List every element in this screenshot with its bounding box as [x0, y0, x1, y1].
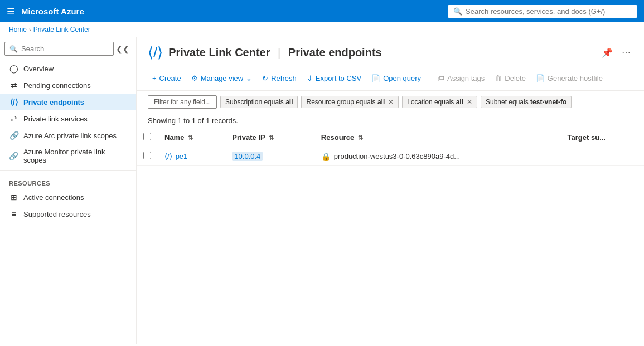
manage-view-icon: ⚙ — [191, 74, 198, 82]
pin-button[interactable]: 📌 — [599, 46, 615, 59]
azure-monitor-icon: 🔗 — [9, 152, 19, 160]
breadcrumb-separator: › — [29, 26, 31, 33]
create-icon: + — [152, 74, 157, 82]
endpoint-icon: ⟨/⟩ — [164, 152, 172, 160]
global-search-bar: 🔍 — [448, 5, 637, 18]
sidebar-item-azure-arc[interactable]: 🔗 Azure Arc private link scopes — [0, 127, 136, 144]
filter-tag-resource-group: Resource group equals all ✕ — [301, 96, 399, 108]
refresh-icon: ↻ — [262, 74, 268, 82]
select-all-checkbox[interactable] — [143, 133, 151, 140]
assign-tags-button[interactable]: 🏷 Assign tags — [433, 71, 489, 86]
sidebar-item-active-connections[interactable]: ⊞ Active connections — [0, 189, 136, 206]
endpoints-table: Name ⇅ Private IP ⇅ Resource ⇅ Target — [137, 128, 644, 166]
main-layout: 🔍 ❮❮ ◯ Overview ⇄ Pending connections ⟨/… — [0, 37, 644, 344]
filter-tag-location-close[interactable]: ✕ — [467, 98, 472, 106]
table-col-name[interactable]: Name ⇅ — [158, 128, 225, 147]
table-header-row: Name ⇅ Private IP ⇅ Resource ⇅ Target — [137, 128, 644, 147]
sidebar-item-label: Supported resources — [23, 210, 91, 218]
create-button[interactable]: + Create — [148, 71, 186, 86]
sidebar-item-label: Private link services — [23, 115, 88, 123]
generate-hostfile-icon: 📄 — [536, 74, 545, 82]
filter-tag-resource-group-close[interactable]: ✕ — [388, 98, 394, 106]
row-checkbox[interactable] — [143, 152, 151, 159]
filter-tag-subnet: Subnet equals test-vnet-fo — [481, 96, 572, 108]
global-search-input[interactable] — [466, 7, 632, 16]
azure-arc-icon: 🔗 — [9, 131, 19, 140]
private-ip-sort-icon: ⇅ — [269, 134, 274, 141]
export-button[interactable]: ⇓ Export to CSV — [302, 71, 366, 86]
hamburger-menu[interactable]: ☰ — [7, 6, 14, 17]
breadcrumb: Home › Private Link Center — [0, 22, 644, 37]
app-title: Microsoft Azure — [21, 7, 441, 16]
toolbar: + Create ⚙ Manage view ⌄ ↻ Refresh ⇓ Exp… — [137, 66, 644, 91]
resources-section-label: Resources — [0, 173, 136, 189]
top-navigation: ☰ Microsoft Azure 🔍 — [0, 0, 644, 22]
page-header-icon: ⟨/⟩ — [148, 44, 163, 61]
refresh-button[interactable]: ↻ Refresh — [258, 71, 301, 86]
open-query-icon: 📄 — [371, 74, 380, 82]
name-sort-icon: ⇅ — [188, 134, 193, 141]
pending-connections-icon: ⇄ — [9, 81, 19, 90]
table-header-checkbox — [137, 128, 158, 147]
filter-tag-subscription: Subscription equals all — [220, 96, 298, 108]
sidebar-search-row: 🔍 ❮❮ — [4, 42, 132, 56]
manage-view-button[interactable]: ⚙ Manage view ⌄ — [187, 71, 257, 86]
resource-icon: 🔒 — [321, 152, 331, 161]
active-connections-icon: ⊞ — [9, 193, 19, 202]
export-icon: ⇓ — [307, 74, 313, 82]
delete-icon: 🗑 — [495, 74, 502, 82]
sidebar: 🔍 ❮❮ ◯ Overview ⇄ Pending connections ⟨/… — [0, 37, 137, 344]
content-area: ⟨/⟩ Private Link Center | Private endpoi… — [137, 37, 644, 344]
resource-sort-icon: ⇅ — [358, 134, 363, 141]
private-endpoints-icon: ⟨/⟩ — [9, 98, 19, 106]
sidebar-item-pending-connections[interactable]: ⇄ Pending connections — [0, 77, 136, 94]
filters-row: Filter for any field... Subscription equ… — [137, 91, 644, 113]
manage-view-chevron-icon: ⌄ — [246, 74, 252, 82]
more-options-button[interactable]: ⋯ — [619, 46, 633, 59]
toolbar-separator — [429, 73, 429, 84]
breadcrumb-current[interactable]: Private Link Center — [33, 26, 90, 33]
sidebar-item-label: Private endpoints — [23, 98, 84, 106]
assign-tags-icon: 🏷 — [437, 74, 444, 82]
sidebar-item-private-link-services[interactable]: ⇄ Private link services — [0, 110, 136, 127]
breadcrumb-home[interactable]: Home — [9, 26, 27, 33]
endpoint-name-link[interactable]: ⟨/⟩ pe1 — [164, 152, 219, 160]
sidebar-search-box: 🔍 — [4, 42, 114, 56]
sidebar-search-icon: 🔍 — [9, 45, 18, 53]
supported-resources-icon: ≡ — [9, 209, 19, 218]
row-name-cell: ⟨/⟩ pe1 — [158, 147, 225, 166]
sidebar-item-overview[interactable]: ◯ Overview — [0, 60, 136, 77]
table-container: Name ⇅ Private IP ⇅ Resource ⇅ Target — [137, 128, 644, 166]
private-ip-value[interactable]: 10.0.0.4 — [232, 152, 263, 161]
row-target-subnet-cell — [561, 147, 644, 166]
sidebar-collapse-button[interactable]: ❮❮ — [114, 42, 132, 56]
delete-button[interactable]: 🗑 Delete — [490, 71, 530, 86]
table-col-resource[interactable]: Resource ⇅ — [314, 128, 561, 147]
sidebar-item-label: Overview — [23, 65, 54, 73]
table-col-private-ip[interactable]: Private IP ⇅ — [225, 128, 314, 147]
sidebar-divider — [0, 170, 136, 171]
page-header: ⟨/⟩ Private Link Center | Private endpoi… — [137, 37, 644, 66]
sidebar-item-label: Azure Arc private link scopes — [23, 131, 117, 140]
filter-tag-location: Location equals all ✕ — [402, 96, 477, 108]
row-private-ip-cell: 10.0.0.4 — [225, 147, 314, 166]
sidebar-item-label: Pending connections — [23, 81, 91, 90]
records-info: Showing 1 to 1 of 1 records. — [137, 113, 644, 128]
sidebar-search-input[interactable] — [21, 45, 109, 53]
row-resource-cell: 🔒 production-westus3-0-0.63c890a9-4d... — [314, 147, 561, 166]
sidebar-item-label: Azure Monitor private link scopes — [23, 148, 129, 164]
generate-hostfile-button[interactable]: 📄 Generate hostfile — [531, 71, 607, 86]
header-actions: 📌 ⋯ — [599, 46, 633, 59]
header-pipe: | — [278, 46, 280, 59]
page-title: Private Link Center | Private endpoints — [168, 46, 381, 59]
sidebar-item-private-endpoints[interactable]: ⟨/⟩ Private endpoints — [0, 94, 136, 110]
sidebar-item-azure-monitor[interactable]: 🔗 Azure Monitor private link scopes — [0, 144, 136, 168]
table-row: ⟨/⟩ pe1 10.0.0.4 🔒 production-westus3-0-… — [137, 147, 644, 166]
resource-value: 🔒 production-westus3-0-0.63c890a9-4d... — [321, 152, 554, 161]
filter-input[interactable]: Filter for any field... — [148, 95, 217, 109]
table-col-target-subnet: Target su... — [561, 128, 644, 147]
open-query-button[interactable]: 📄 Open query — [367, 71, 425, 86]
sidebar-item-supported-resources[interactable]: ≡ Supported resources — [0, 206, 136, 222]
sidebar-item-label: Active connections — [23, 193, 84, 202]
row-checkbox-cell — [137, 147, 158, 166]
